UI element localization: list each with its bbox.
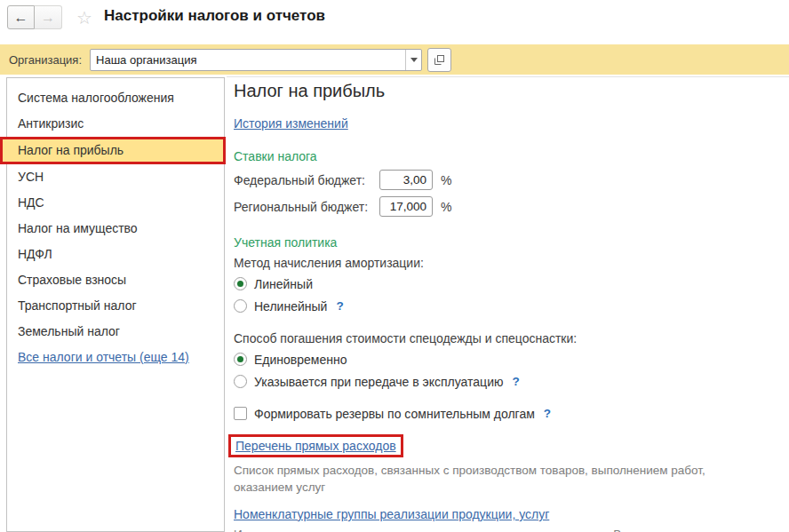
organization-bar: Организация: — [0, 44, 789, 75]
radio-off-icon — [234, 375, 247, 388]
organization-combobox — [90, 49, 422, 71]
sidebar-item-anticrisis[interactable]: Антикризис — [7, 111, 224, 137]
radio-at-once[interactable]: Единовременно — [234, 351, 784, 368]
radio-on-transfer[interactable]: Указывается при передаче в эксплуатацию … — [234, 373, 784, 390]
radio-linear[interactable]: Линейный — [234, 275, 784, 292]
percent-sign: % — [441, 173, 451, 187]
organization-input[interactable] — [91, 50, 405, 70]
forward-button[interactable]: → — [35, 5, 62, 29]
percent-sign: % — [441, 200, 451, 214]
radio-nonlinear[interactable]: Нелинейный ? — [234, 298, 784, 314]
sidebar-item-insurance[interactable]: Страховые взносы — [7, 267, 224, 293]
regional-budget-label: Региональный бюджет: — [234, 200, 379, 214]
direct-expenses-description: Список прямых расходов, связанных с прои… — [234, 462, 767, 496]
sidebar-item-property-tax[interactable]: Налог на имущество — [7, 216, 224, 242]
toolbar: ← → ☆ Настройки налогов и отчетов — [0, 0, 789, 39]
organization-label: Организация: — [9, 53, 82, 67]
tax-settings-window: ← → ☆ Настройки налогов и отчетов Органи… — [0, 0, 789, 532]
accounting-policy-header: Учетная политика — [234, 235, 784, 250]
direct-expenses-link[interactable]: Перечень прямых расходов — [235, 439, 396, 453]
regional-budget-field[interactable] — [379, 196, 433, 217]
radio-label: Линейный — [254, 277, 313, 291]
profit-tax-panel: Налог на прибыль История изменений Ставк… — [234, 77, 784, 532]
radio-label: Указывается при передаче в эксплуатацию — [254, 375, 503, 389]
radio-on-icon — [234, 277, 247, 290]
nomenclature-groups-link[interactable]: Номенклатурные группы реализации продукц… — [234, 507, 549, 521]
tax-rates-header: Ставки налога — [234, 149, 784, 163]
history-link[interactable]: История изменений — [234, 116, 348, 131]
annotation-highlight-box: Перечень прямых расходов — [228, 434, 403, 457]
nomenclature-groups-description: Используются для учета доходов от реализ… — [234, 526, 767, 532]
nav-button-group: ← → — [7, 5, 62, 29]
sidebar-item-vat[interactable]: НДС — [7, 190, 224, 216]
radio-label: Единовременно — [254, 353, 347, 367]
help-icon[interactable]: ? — [512, 375, 519, 388]
checkbox-label: Формировать резервы по сомнительным долг… — [254, 407, 535, 421]
federal-budget-field[interactable] — [379, 170, 433, 190]
sidebar-item-ndfl[interactable]: НДФЛ — [7, 242, 224, 267]
dropdown-arrow-icon[interactable] — [405, 50, 421, 70]
sidebar-item-usn[interactable]: УСН — [7, 164, 224, 190]
radio-off-icon — [234, 299, 247, 313]
favorite-star-icon[interactable]: ☆ — [76, 7, 92, 28]
checkbox-doubtful-debts-reserves[interactable]: Формировать резервы по сомнительным долг… — [234, 405, 784, 422]
forward-icon: → — [41, 10, 55, 26]
regional-budget-row: Региональный бюджет: % — [234, 196, 784, 217]
sidebar-item-transport-tax[interactable]: Транспортный налог — [7, 293, 224, 319]
help-icon[interactable]: ? — [336, 299, 343, 313]
federal-budget-label: Федеральный бюджет: — [234, 173, 379, 187]
depreciation-method-label: Метод начисления амортизации: — [234, 256, 784, 270]
settings-sidebar: Система налогообложения Антикризис Налог… — [6, 77, 225, 532]
sidebar-item-land-tax[interactable]: Земельный налог — [7, 319, 224, 345]
federal-budget-row: Федеральный бюджет: % — [234, 170, 784, 190]
checkbox-unchecked-icon — [234, 407, 247, 420]
open-picker-icon — [434, 54, 445, 66]
radio-label: Нелинейный — [254, 299, 327, 314]
back-icon: ← — [14, 10, 28, 26]
back-button[interactable]: ← — [7, 5, 35, 29]
workwear-method-label: Способ погашения стоимости спецодежды и … — [234, 331, 784, 345]
help-icon[interactable]: ? — [544, 407, 551, 420]
sidebar-all-taxes-link[interactable]: Все налоги и отчеты (еще 14) — [18, 350, 189, 364]
radio-on-icon — [234, 353, 247, 366]
sidebar-item-profit-tax[interactable]: Налог на прибыль — [0, 137, 226, 164]
section-title: Налог на прибыль — [234, 81, 784, 101]
sidebar-item-tax-system[interactable]: Система налогообложения — [7, 85, 224, 111]
page-title: Настройки налогов и отчетов — [104, 7, 325, 25]
open-organization-button[interactable] — [427, 48, 451, 72]
